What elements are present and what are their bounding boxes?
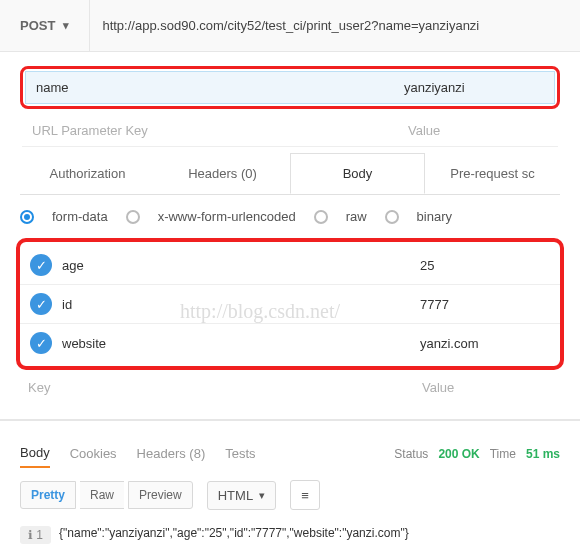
raw-button[interactable]: Raw xyxy=(80,481,124,509)
tab-body[interactable]: Body xyxy=(290,153,425,194)
tab-authorization[interactable]: Authorization xyxy=(20,153,155,194)
response-tabs: Body Cookies Headers (8) Tests Status 20… xyxy=(0,439,580,468)
check-icon[interactable]: ✓ xyxy=(30,332,52,354)
form-value[interactable]: 25 xyxy=(420,258,550,273)
resp-tab-tests[interactable]: Tests xyxy=(225,440,255,467)
form-row[interactable]: ✓ age 25 xyxy=(20,246,560,285)
chevron-down-icon: ▾ xyxy=(63,19,69,32)
form-placeholder-row[interactable]: Key Value xyxy=(0,374,580,401)
radio-raw[interactable] xyxy=(314,210,328,224)
time-value: 51 ms xyxy=(526,447,560,461)
form-value[interactable]: 7777 xyxy=(420,297,550,312)
format-dropdown[interactable]: HTML ▾ xyxy=(207,481,276,510)
resp-tab-body[interactable]: Body xyxy=(20,439,50,468)
radio-raw-label: raw xyxy=(346,209,367,224)
param-value-placeholder[interactable]: Value xyxy=(398,115,558,146)
response-viewbar: Pretty Raw Preview HTML ▾ ≡ xyxy=(0,468,580,522)
response-body-text: {"name":"yanziyanzi","age":"25","id":"77… xyxy=(59,526,409,544)
check-icon[interactable]: ✓ xyxy=(30,293,52,315)
request-tabs: Authorization Headers (0) Body Pre-reque… xyxy=(20,153,560,195)
http-method-dropdown[interactable]: POST ▾ xyxy=(0,0,90,51)
form-value-placeholder[interactable]: Value xyxy=(422,380,552,395)
resp-tab-headers[interactable]: Headers (8) xyxy=(137,440,206,467)
response-body-viewer[interactable]: ℹ 1 {"name":"yanziyanzi","age":"25","id"… xyxy=(0,522,580,546)
form-row[interactable]: ✓ website yanzi.com xyxy=(20,324,560,362)
status-label: Status xyxy=(394,447,428,461)
form-row[interactable]: ✓ id 7777 xyxy=(20,285,560,324)
resp-tab-cookies[interactable]: Cookies xyxy=(70,440,117,467)
check-icon[interactable]: ✓ xyxy=(30,254,52,276)
radio-urlencoded-label: x-www-form-urlencoded xyxy=(158,209,296,224)
time-label: Time xyxy=(490,447,516,461)
radio-binary-label: binary xyxy=(417,209,452,224)
line-number: ℹ 1 xyxy=(20,526,51,544)
param-key[interactable]: name xyxy=(26,72,394,103)
radio-binary[interactable] xyxy=(385,210,399,224)
form-data-highlight-box: ✓ age 25 ✓ id 7777 ✓ website yanzi.com xyxy=(16,238,564,370)
tab-prerequest[interactable]: Pre-request sc xyxy=(425,153,560,194)
form-key[interactable]: website xyxy=(62,336,410,351)
form-key-placeholder[interactable]: Key xyxy=(28,380,422,395)
pretty-button[interactable]: Pretty xyxy=(20,481,76,509)
wrap-toggle-button[interactable]: ≡ xyxy=(290,480,320,510)
form-key[interactable]: age xyxy=(62,258,410,273)
chevron-down-icon: ▾ xyxy=(259,489,265,502)
wrap-icon: ≡ xyxy=(301,488,309,503)
divider xyxy=(0,419,580,421)
status-value: 200 OK xyxy=(438,447,479,461)
param-placeholder-row[interactable]: URL Parameter Key Value xyxy=(22,115,558,147)
http-method-label: POST xyxy=(20,18,55,33)
radio-form-data-label: form-data xyxy=(52,209,108,224)
radio-urlencoded[interactable] xyxy=(126,210,140,224)
params-highlight-box: name yanziyanzi xyxy=(20,66,560,109)
radio-form-data[interactable] xyxy=(20,210,34,224)
param-row[interactable]: name yanziyanzi xyxy=(25,71,555,104)
param-value[interactable]: yanziyanzi xyxy=(394,72,554,103)
tab-headers[interactable]: Headers (0) xyxy=(155,153,290,194)
form-value[interactable]: yanzi.com xyxy=(420,336,550,351)
body-type-radios: form-data x-www-form-urlencoded raw bina… xyxy=(0,195,580,238)
form-key[interactable]: id xyxy=(62,297,410,312)
url-input[interactable]: http://app.sod90.com/city52/test_ci/prin… xyxy=(90,0,580,51)
preview-button[interactable]: Preview xyxy=(128,481,193,509)
param-key-placeholder[interactable]: URL Parameter Key xyxy=(22,115,398,146)
format-label: HTML xyxy=(218,488,253,503)
